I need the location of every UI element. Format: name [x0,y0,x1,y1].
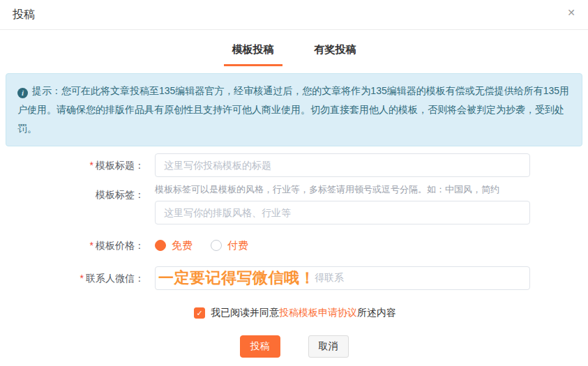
cancel-button[interactable]: 取消 [308,335,349,358]
radio-unselected-icon [211,240,222,251]
contact-wechat-field: 得联系 一定要记得写微信哦！ [155,266,530,290]
dialog-title: 投稿 [13,8,35,22]
template-tags-label: 模板标签： [0,183,155,206]
contact-wechat-input[interactable] [155,266,530,290]
template-price-label: *模板价格： [0,234,155,257]
tab-template-submission[interactable]: 模板投稿 [224,40,282,66]
template-tags-row: 模板标签： 模板标签可以是模板的风格，行业等，多标签请用顿号或逗号分隔。如：中国… [0,183,588,224]
contact-wechat-row: *联系人微信： 得联系 一定要记得写微信哦！ [0,266,588,290]
contact-wechat-label-text: 联系人微信： [86,273,144,284]
submit-button[interactable]: 投稿 [240,335,280,358]
required-asterisk: * [90,160,93,171]
radio-option-paid[interactable]: 付费 [211,239,248,252]
template-price-label-text: 模板价格： [96,240,144,251]
tab-bar: 模板投稿 有奖投稿 [0,40,588,66]
template-price-row: *模板价格： 免费 付费 [0,234,588,257]
agreement-checkbox[interactable]: ✓ [194,307,205,319]
template-tags-field: 模板标签可以是模板的风格，行业等，多标签请用顿号或逗号分隔。如：中国风，简约 [155,183,530,224]
close-icon[interactable]: ✕ [567,8,575,17]
required-asterisk: * [80,273,84,284]
required-asterisk: * [90,240,93,251]
agreement-link[interactable]: 投稿模板申请协议 [279,307,357,319]
notice-banner: i提示：您可在此将文章投稿至135编辑器官方，经审核通过后，您的文章将作为135… [6,73,582,146]
notice-text: 提示：您可在此将文章投稿至135编辑器官方，经审核通过后，您的文章将作为135编… [17,85,569,134]
price-radio-group: 免费 付费 [155,234,248,257]
tab-reward-submission[interactable]: 有奖投稿 [306,40,365,66]
template-title-label-text: 模板标题： [96,160,144,171]
template-title-label: *模板标题： [0,153,155,177]
template-tags-label-text: 模板标签： [96,189,144,200]
radio-selected-icon [155,240,166,251]
agreement-prefix: 我已阅读并同意 [211,307,279,319]
info-icon: i [17,88,28,98]
radio-option-free[interactable]: 免费 [155,239,193,252]
agreement-text: 我已阅读并同意投稿模板申请协议所述内容 [211,307,396,319]
dialog-header: 投稿 [0,0,588,30]
radio-free-label: 免费 [172,239,193,252]
template-title-input[interactable] [155,153,530,177]
agreement-suffix: 所述内容 [357,307,396,319]
submission-form: *模板标题： 模板标签： 模板标签可以是模板的风格，行业等，多标签请用顿号或逗号… [0,153,588,358]
agreement-row: ✓ 我已阅读并同意投稿模板申请协议所述内容 [194,305,588,321]
template-title-row: *模板标题： [0,153,588,177]
submission-dialog: 投稿 ✕ 模板投稿 有奖投稿 i提示：您可在此将文章投稿至135编辑器官方，经审… [0,0,588,366]
contact-wechat-label: *联系人微信： [0,266,155,290]
radio-paid-label: 付费 [227,239,248,252]
dialog-actions: 投稿 取消 [0,335,588,358]
template-tags-hint: 模板标签可以是模板的风格，行业等，多标签请用顿号或逗号分隔。如：中国风，简约 [155,183,530,197]
template-tags-input[interactable] [155,201,530,224]
check-icon: ✓ [196,310,202,317]
